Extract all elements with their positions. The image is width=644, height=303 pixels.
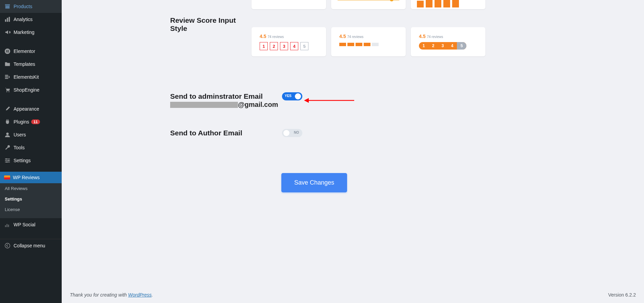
content-area: Review Score Input Style 4.9★★★★★ Qualit…	[62, 0, 644, 303]
sidebar-item-settings[interactable]: Settings	[0, 154, 62, 167]
folder-icon	[4, 61, 11, 68]
redacted-email	[170, 102, 238, 108]
svg-rect-2	[5, 19, 6, 22]
style-card-1[interactable]: 4.9★★★★★	[251, 0, 326, 9]
admin-footer: Thank you for creating with WordPress. V…	[62, 287, 644, 303]
svg-point-21	[6, 162, 7, 163]
sidebar-item-marketing[interactable]: Marketing	[0, 26, 62, 39]
admin-email-toggle[interactable]: YES	[282, 92, 302, 100]
sidebar-item-tools[interactable]: Tools	[0, 141, 62, 154]
stars-icon: ★★★★★	[268, 0, 290, 0]
sidebar-label: ShopEngine	[14, 87, 39, 93]
chart-icon	[4, 16, 11, 23]
sidebar-item-products[interactable]: Products	[0, 0, 62, 13]
social-icon	[4, 221, 11, 228]
elementskit-icon	[4, 74, 11, 80]
save-button[interactable]: Save Changes	[281, 173, 347, 192]
sidebar-item-wp-social[interactable]: WP Social	[0, 218, 62, 231]
sidebar-label: WP Reviews	[13, 175, 40, 180]
toggle-knob	[283, 130, 289, 136]
svg-rect-0	[5, 4, 10, 6]
sidebar-label: Templates	[14, 61, 35, 67]
style-card-2[interactable]: Quality4/5	[331, 0, 406, 9]
sidebar-item-wp-reviews[interactable]: WP Reviews	[0, 172, 62, 183]
user-icon	[4, 131, 11, 138]
style-card-4[interactable]: 4.574 reviews 12345	[251, 27, 326, 56]
svg-rect-9	[7, 52, 9, 53]
version-label: Version 6.2.2	[608, 292, 636, 298]
svg-rect-22	[5, 225, 6, 227]
style-card-5[interactable]: 4.574 reviews	[331, 27, 406, 56]
author-email-toggle[interactable]: NO	[282, 129, 302, 137]
svg-rect-12	[5, 78, 8, 79]
arrow-annotation	[303, 96, 358, 105]
svg-rect-1	[5, 6, 10, 8]
plug-icon	[4, 118, 11, 125]
sidebar-item-appearance[interactable]: Appearance	[0, 102, 62, 115]
subitem-all-reviews[interactable]: All Reviews	[0, 183, 62, 194]
sidebar-item-elementskit[interactable]: ElementsKit	[0, 71, 62, 83]
sidebar-label: Settings	[14, 158, 31, 163]
plugins-badge: 11	[31, 119, 40, 124]
cart-icon	[4, 87, 11, 93]
sidebar-item-templates[interactable]: Templates	[0, 58, 62, 71]
sidebar-label: Analytics	[14, 17, 33, 22]
svg-rect-6	[6, 50, 7, 52]
card-score: 4.574 reviews	[419, 33, 477, 39]
sliders-icon	[4, 157, 11, 164]
wrench-icon	[4, 144, 11, 151]
svg-rect-7	[7, 50, 9, 51]
svg-point-20	[8, 160, 9, 161]
pill-row: 12345	[419, 42, 466, 50]
archive-icon	[4, 3, 11, 10]
email-suffix: @gmail.com	[238, 101, 278, 108]
svg-rect-3	[7, 18, 8, 22]
card-score: 4.574 reviews	[260, 33, 318, 39]
footer-credit: Thank you for creating with WordPress.	[70, 292, 153, 298]
sidebar-item-elementor[interactable]: Elementor	[0, 45, 62, 58]
sidebar-item-shopengine[interactable]: ShopEngine	[0, 83, 62, 96]
svg-point-25	[5, 243, 10, 248]
wordpress-link[interactable]: WordPress	[128, 292, 152, 298]
card-score: 4.574 reviews	[339, 33, 398, 39]
collapse-label: Collapse menu	[14, 243, 45, 248]
svg-rect-23	[6, 224, 7, 227]
brush-icon	[4, 106, 11, 112]
svg-point-15	[6, 133, 8, 135]
sidebar-item-users[interactable]: Users	[0, 128, 62, 141]
svg-rect-4	[9, 17, 10, 22]
collapse-menu[interactable]: Collapse menu	[0, 239, 62, 252]
mini-bars	[417, 0, 479, 7]
svg-marker-27	[304, 98, 309, 103]
sidebar-label: Tools	[14, 145, 25, 150]
subitem-settings[interactable]: Settings	[0, 194, 62, 204]
star-rating: 4.9★★★★★	[258, 0, 320, 1]
elementor-icon	[4, 48, 11, 55]
megaphone-icon	[4, 29, 11, 36]
admin-email-label: Send to adminstrator Email @gmail.com	[170, 92, 282, 109]
sidebar-label: Appearance	[14, 106, 39, 112]
svg-rect-11	[5, 76, 8, 77]
svg-rect-8	[7, 51, 9, 52]
style-card-6[interactable]: 4.574 reviews 12345	[411, 27, 485, 56]
quality-bar	[337, 0, 400, 0]
svg-point-19	[6, 158, 7, 160]
sidebar-item-analytics[interactable]: Analytics	[0, 13, 62, 26]
svg-rect-24	[8, 225, 9, 227]
sidebar-label: ElementsKit	[14, 74, 39, 80]
sidebar-label: Marketing	[14, 30, 34, 35]
subitem-license[interactable]: License	[0, 204, 62, 215]
author-email-label: Send to Author Email	[170, 129, 282, 137]
num-boxes: 12345	[260, 42, 318, 50]
sidebar-label: Products	[14, 4, 32, 9]
admin-sidebar: Products Analytics Marketing Elementor T…	[0, 0, 62, 303]
svg-point-13	[6, 91, 7, 92]
svg-point-14	[8, 91, 9, 92]
style-card-3[interactable]	[411, 0, 485, 9]
collapse-icon	[4, 242, 11, 249]
segment-bar	[339, 43, 398, 46]
sidebar-item-plugins[interactable]: Plugins11	[0, 115, 62, 128]
sidebar-label: WP Social	[14, 222, 35, 227]
toggle-knob	[295, 93, 301, 99]
review-style-label: Review Score Input Style	[170, 16, 238, 33]
